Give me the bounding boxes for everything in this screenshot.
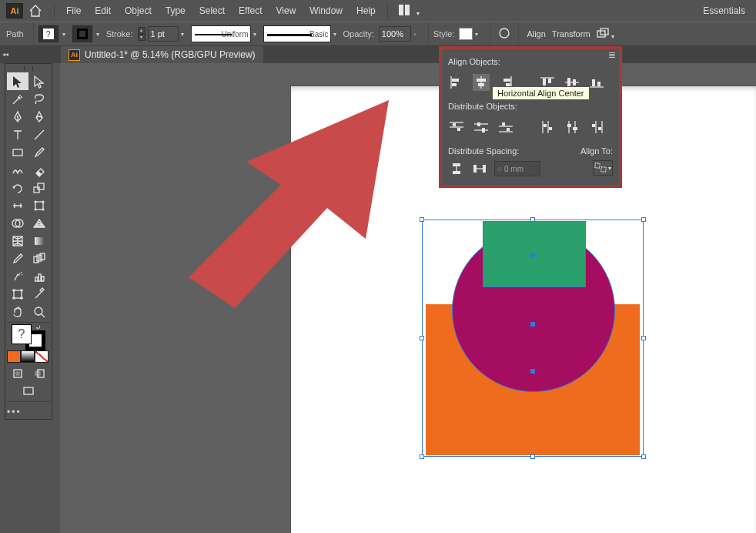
gradient-tool[interactable] (28, 232, 50, 250)
chevron-down-icon[interactable]: ▾ (331, 31, 339, 38)
chevron-down-icon[interactable]: ▾ (60, 31, 68, 38)
graphic-style-swatch[interactable] (459, 28, 473, 40)
curvature-tool[interactable] (28, 108, 50, 126)
align-to-selection-button[interactable]: ▾ (593, 160, 613, 176)
transform-button[interactable]: Transform (549, 29, 594, 39)
scale-tool[interactable] (28, 179, 50, 196)
artboard-tool[interactable] (7, 285, 28, 303)
rectangle-tool[interactable] (7, 143, 28, 161)
eraser-tool[interactable] (28, 161, 50, 179)
stroke-weight-field[interactable] (148, 26, 179, 42)
shaper-tool[interactable] (7, 161, 28, 179)
isolate-icon[interactable]: ▾ (594, 28, 617, 40)
color-mode-swatch[interactable] (7, 350, 21, 363)
opacity-label: Opacity: (343, 29, 374, 39)
blend-tool[interactable] (28, 250, 50, 267)
distribute-top-button[interactable] (448, 119, 465, 136)
none-mode-swatch[interactable] (35, 350, 49, 363)
mesh-tool[interactable] (7, 232, 28, 250)
svg-point-64 (35, 208, 37, 210)
selection-tool[interactable] (7, 72, 28, 90)
eyedropper-tool[interactable] (7, 250, 28, 267)
collapse-toolbar-icon[interactable]: ◂◂ (2, 51, 15, 63)
hspacing-button[interactable] (471, 160, 488, 177)
vspacing-button[interactable] (448, 160, 465, 177)
distribute-bottom-button[interactable] (497, 119, 514, 136)
toolbox: ⤾ ? ••• (5, 63, 52, 420)
stroke-weight-stepper[interactable]: ▴▾ (138, 27, 146, 41)
home-icon[interactable] (28, 3, 43, 18)
menu-help[interactable]: Help (350, 4, 383, 18)
workspace-switcher[interactable]: Essentials (698, 2, 750, 19)
svg-rect-8 (452, 83, 457, 86)
screen-mode[interactable] (7, 382, 50, 400)
menu-effect[interactable]: Effect (232, 4, 269, 18)
width-tool[interactable] (7, 196, 28, 214)
panel-menu-icon[interactable]: ≣ (608, 49, 616, 60)
align-left-button[interactable] (448, 74, 465, 91)
svg-point-62 (35, 200, 37, 203)
divider (54, 3, 55, 18)
stroke-swatch[interactable] (72, 25, 92, 42)
recolor-icon[interactable] (495, 27, 513, 41)
zoom-tool[interactable] (28, 303, 50, 320)
shape-builder-tool[interactable] (7, 214, 28, 232)
menu-file[interactable]: File (59, 4, 88, 18)
edit-toolbar-icon[interactable]: ••• (7, 407, 22, 417)
document-tab-title: Untitled-1* @ 5.14% (RGB/GPU Preview) (85, 49, 256, 60)
brush-definition[interactable]: Basic (263, 25, 331, 42)
align-hcenter-button[interactable] (473, 74, 490, 91)
drawmode-behind[interactable] (28, 364, 50, 382)
slice-tool[interactable] (28, 285, 50, 303)
drawmode-normal[interactable] (7, 364, 28, 382)
stroke-profile-uniform[interactable]: Uniform (191, 25, 251, 42)
direct-selection-tool[interactable] (28, 72, 50, 90)
free-transform-tool[interactable] (28, 196, 50, 214)
hand-tool[interactable] (7, 303, 28, 320)
chevron-right-icon[interactable]: › (411, 31, 419, 38)
stroke-label: Stroke: (106, 29, 133, 39)
app-logo-icon[interactable]: Ai (6, 3, 23, 18)
column-graph-tool[interactable] (28, 267, 50, 285)
fill-stroke-colorbox[interactable]: ⤾ ? (7, 324, 50, 349)
gradient-mode-swatch[interactable] (21, 350, 35, 363)
svg-point-2 (500, 28, 509, 38)
menu-select[interactable]: Select (192, 4, 232, 18)
pen-tool[interactable] (7, 108, 28, 126)
line-tool[interactable] (28, 126, 50, 143)
workspace-area (0, 63, 756, 533)
type-tool[interactable] (7, 126, 28, 143)
spacing-value-field[interactable]: ◇ 0 mm (494, 161, 540, 176)
distribute-left-button[interactable] (539, 119, 556, 136)
distribute-right-button[interactable] (588, 119, 605, 136)
distribute-hcenter-button[interactable] (564, 119, 580, 136)
chevron-down-icon[interactable]: ▾ (473, 31, 480, 38)
chevron-down-icon[interactable]: ▾ (179, 31, 186, 38)
menu-window[interactable]: Window (303, 4, 350, 18)
magic-wand-tool[interactable] (7, 90, 28, 108)
doc-layout-icon[interactable]: ▾ (399, 5, 420, 18)
distribute-vcenter-button[interactable] (473, 119, 490, 136)
menu-view[interactable]: View (269, 4, 303, 18)
document-tab[interactable]: Ai Untitled-1* @ 5.14% (RGB/GPU Preview) (61, 46, 263, 63)
paintbrush-tool[interactable] (28, 143, 50, 161)
rotate-tool[interactable] (7, 179, 28, 196)
svg-rect-54 (595, 163, 600, 168)
lasso-tool[interactable] (28, 90, 50, 108)
opacity-field[interactable] (379, 26, 411, 42)
align-button[interactable]: Align (524, 29, 548, 39)
chevron-down-icon[interactable]: ▾ (251, 31, 259, 38)
menu-object[interactable]: Object (118, 4, 159, 18)
menu-edit[interactable]: Edit (88, 4, 118, 18)
svg-rect-35 (507, 128, 510, 131)
svg-rect-22 (592, 79, 595, 86)
symbol-sprayer-tool[interactable] (7, 267, 28, 285)
menu-type[interactable]: Type (159, 4, 192, 18)
align-bottom-button[interactable] (588, 74, 605, 91)
perspective-grid-tool[interactable] (28, 214, 50, 232)
canvas-viewport[interactable] (60, 63, 756, 533)
svg-rect-52 (483, 165, 486, 173)
chevron-down-icon[interactable]: ▾ (94, 31, 102, 38)
toolbox-grip-icon[interactable] (24, 66, 33, 71)
fill-swatch[interactable]: ? (38, 25, 59, 42)
